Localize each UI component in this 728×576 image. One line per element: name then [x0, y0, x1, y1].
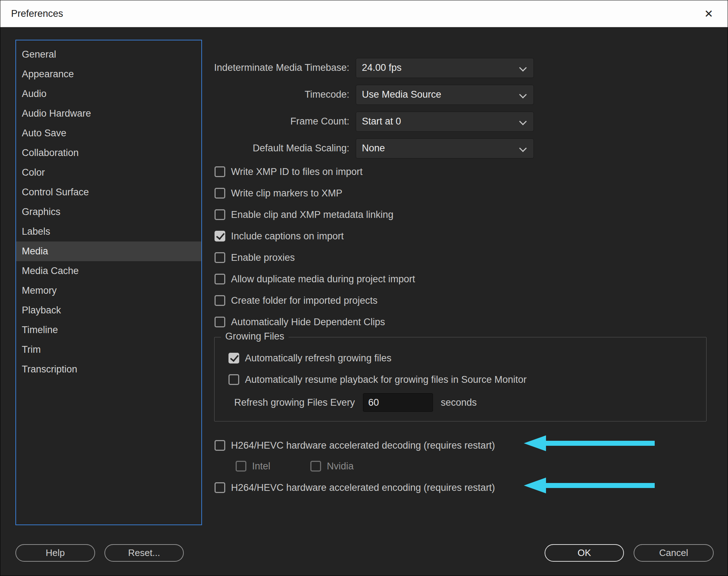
encoding-highlight-arrow [524, 477, 655, 494]
decoding-highlight-arrow [524, 435, 655, 452]
default-media-scaling-select[interactable]: None [356, 138, 534, 158]
chevron-down-icon [519, 117, 527, 125]
sidebar-item-general[interactable]: General [16, 45, 201, 64]
selected-value: Use Media Source [362, 89, 441, 100]
refresh-interval-label: Refresh growing Files Every [234, 397, 355, 408]
checkbox[interactable] [215, 274, 225, 284]
checkbox-label: Intel [252, 461, 270, 472]
chevron-down-icon [519, 144, 527, 152]
checkbox[interactable] [228, 353, 239, 363]
checkbox-label: Write clip markers to XMP [231, 188, 343, 199]
frame-count-label: Frame Count: [201, 116, 356, 127]
timecode-label: Timecode: [201, 89, 356, 100]
sidebar-item-color[interactable]: Color [16, 163, 201, 182]
intel-row[interactable]: Intel [236, 455, 270, 477]
chevron-down-icon [519, 64, 527, 71]
checkbox[interactable] [215, 188, 225, 199]
refresh-interval-unit: seconds [441, 397, 477, 408]
timecode-select[interactable]: Use Media Source [356, 85, 534, 105]
allow-duplicate-media-row[interactable]: Allow duplicate media during project imp… [215, 268, 415, 290]
cancel-button[interactable]: Cancel [634, 544, 714, 562]
sidebar-item-collaboration[interactable]: Collaboration [16, 143, 201, 163]
checkbox-label: Enable clip and XMP metadata linking [231, 209, 393, 220]
sidebar-item-labels[interactable]: Labels [16, 222, 201, 241]
selected-value: None [362, 143, 385, 154]
default-media-scaling-label: Default Media Scaling: [201, 143, 356, 154]
hw-decoding-row[interactable]: H264/HEVC hardware accelerated decoding … [215, 435, 495, 456]
checkbox[interactable] [310, 461, 321, 472]
checkbox[interactable] [215, 317, 225, 327]
checkbox[interactable] [215, 252, 225, 263]
checkbox-label: Nvidia [327, 461, 354, 472]
checkbox-label: H264/HEVC hardware accelerated decoding … [231, 440, 495, 451]
selected-value: Start at 0 [362, 116, 401, 127]
refresh-seconds-input[interactable] [363, 393, 433, 412]
sidebar-item-media-cache[interactable]: Media Cache [16, 261, 201, 281]
checkbox-label: Automatically Hide Dependent Clips [231, 317, 385, 328]
sidebar-item-memory[interactable]: Memory [16, 281, 201, 301]
checkbox[interactable] [215, 440, 225, 451]
indeterminate-media-timebase-row: Indeterminate Media Timebase: 24.00 fps [201, 54, 534, 81]
media-dropdown-settings: Indeterminate Media Timebase: 24.00 fps … [201, 54, 534, 162]
growing-files-group: Growing Files Automatically refresh grow… [214, 337, 707, 421]
sidebar-item-control-surface[interactable]: Control Surface [16, 182, 201, 202]
checkbox[interactable] [215, 231, 225, 241]
sidebar-item-graphics[interactable]: Graphics [16, 202, 201, 222]
create-folder-imported-row[interactable]: Create folder for imported projects [215, 290, 415, 311]
reset-button[interactable]: Reset... [104, 544, 184, 562]
checkbox[interactable] [236, 461, 246, 472]
growing-files-title: Growing Files [221, 331, 289, 342]
checkbox[interactable] [228, 374, 239, 385]
selected-value: 24.00 fps [362, 62, 402, 73]
refresh-interval-row: Refresh growing Files Every seconds [234, 392, 706, 413]
sidebar-item-transcription[interactable]: Transcription [16, 360, 201, 379]
ok-button[interactable]: OK [545, 544, 624, 562]
checkbox-label: Create folder for imported projects [231, 295, 378, 306]
checkbox[interactable] [215, 295, 225, 306]
sidebar-item-media[interactable]: Media [16, 241, 201, 261]
enable-proxies-row[interactable]: Enable proxies [215, 247, 415, 268]
sidebar-item-auto-save[interactable]: Auto Save [16, 123, 201, 143]
frame-count-row: Frame Count: Start at 0 [201, 108, 534, 135]
checkbox-label: Allow duplicate media during project imp… [231, 274, 415, 285]
indeterminate-media-timebase-label: Indeterminate Media Timebase: [201, 62, 356, 73]
titlebar: Preferences ✕ [0, 0, 728, 27]
checkbox-label: H264/HEVC hardware accelerated encoding … [231, 482, 495, 493]
auto-refresh-growing-files-row[interactable]: Automatically refresh growing files [228, 347, 706, 369]
checkbox-label: Write XMP ID to files on import [231, 166, 363, 177]
preferences-dialog: Preferences ✕ General Appearance Audio A… [0, 0, 728, 576]
sidebar-item-timeline[interactable]: Timeline [16, 320, 201, 340]
checkbox[interactable] [215, 166, 225, 177]
preferences-category-list: General Appearance Audio Audio Hardware … [15, 40, 202, 525]
nvidia-row[interactable]: Nvidia [310, 455, 354, 477]
checkbox-label: Enable proxies [231, 252, 295, 263]
window-title: Preferences [11, 8, 63, 19]
sidebar-item-audio-hardware[interactable]: Audio Hardware [16, 104, 201, 123]
checkbox[interactable] [215, 482, 225, 493]
write-clip-markers-row[interactable]: Write clip markers to XMP [215, 182, 415, 204]
checkbox-label: Automatically refresh growing files [245, 353, 392, 364]
enable-clip-xmp-linking-row[interactable]: Enable clip and XMP metadata linking [215, 204, 415, 225]
hw-decoding-vendors: Intel Nvidia [236, 455, 354, 475]
checkbox-label: Automatically resume playback for growin… [245, 374, 527, 385]
write-xmp-id-row[interactable]: Write XMP ID to files on import [215, 161, 415, 182]
frame-count-select[interactable]: Start at 0 [356, 112, 534, 132]
close-icon[interactable]: ✕ [700, 5, 717, 22]
default-media-scaling-row: Default Media Scaling: None [201, 135, 534, 162]
chevron-down-icon [519, 91, 527, 98]
timecode-row: Timecode: Use Media Source [201, 81, 534, 108]
checkbox-label: Include captions on import [231, 231, 344, 242]
auto-hide-dependent-clips-row[interactable]: Automatically Hide Dependent Clips [215, 311, 415, 333]
sidebar-item-playback[interactable]: Playback [16, 301, 201, 320]
include-captions-row[interactable]: Include captions on import [215, 225, 415, 247]
hw-encoding-row[interactable]: H264/HEVC hardware accelerated encoding … [215, 477, 495, 498]
help-button[interactable]: Help [15, 544, 95, 562]
indeterminate-media-timebase-select[interactable]: 24.00 fps [356, 58, 534, 78]
sidebar-item-trim[interactable]: Trim [16, 340, 201, 360]
sidebar-item-appearance[interactable]: Appearance [16, 64, 201, 84]
media-checkbox-list: Write XMP ID to files on import Write cl… [215, 161, 415, 333]
checkbox[interactable] [215, 209, 225, 220]
sidebar-item-audio[interactable]: Audio [16, 84, 201, 104]
auto-resume-playback-row[interactable]: Automatically resume playback for growin… [228, 369, 706, 390]
